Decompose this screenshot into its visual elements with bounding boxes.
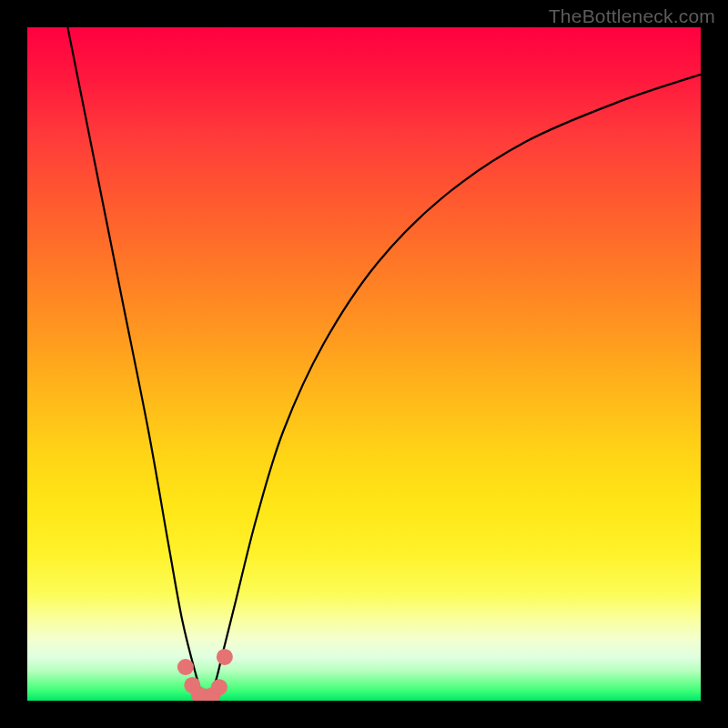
optimal-marker [177, 659, 194, 675]
optimal-marker [211, 679, 228, 695]
bottleneck-curve-svg [27, 27, 701, 701]
optimal-zone-markers [177, 649, 233, 701]
chart-frame: TheBottleneck.com [0, 0, 728, 728]
optimal-marker [217, 649, 233, 665]
bottleneck-curve-path [67, 27, 701, 696]
watermark-text: TheBottleneck.com [549, 5, 715, 27]
plot-area [27, 27, 701, 701]
